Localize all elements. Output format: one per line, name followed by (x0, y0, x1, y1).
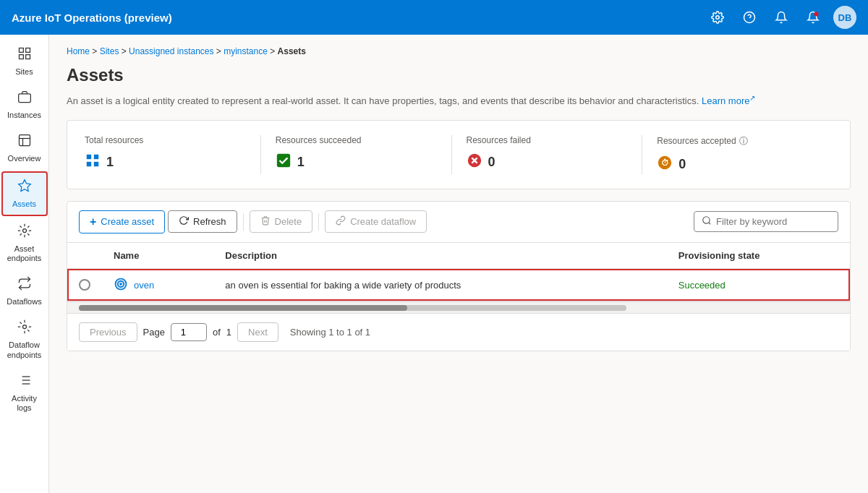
accepted-icon: ⏱ (657, 155, 673, 174)
sidebar-item-asset-endpoints[interactable]: Asset endpoints (1, 218, 48, 269)
sidebar-item-activity-logs[interactable]: Activity logs (1, 367, 48, 419)
learn-more-label: Learn more (702, 95, 749, 106)
create-asset-label: Create asset (101, 216, 154, 227)
svg-rect-6 (19, 55, 23, 59)
svg-rect-4 (19, 48, 23, 53)
sidebar-item-overview[interactable]: Overview (1, 127, 48, 169)
next-button[interactable]: Next (237, 322, 278, 342)
create-dataflow-button[interactable]: Create dataflow (325, 210, 427, 233)
svg-rect-23 (87, 162, 91, 166)
notification-icon[interactable] (801, 6, 825, 29)
svg-rect-21 (87, 155, 91, 159)
refresh-label: Refresh (193, 216, 226, 227)
app-title: Azure IoT Operations (preview) (12, 12, 706, 24)
radio-button[interactable] (79, 279, 90, 291)
asset-name-link[interactable]: oven (134, 280, 154, 291)
main-content: Home > Sites > Unassigned instances > my… (49, 35, 868, 493)
breadcrumb-myinstance[interactable]: myinstance (224, 46, 268, 56)
delete-button[interactable]: Delete (250, 210, 313, 233)
sidebar-item-sites[interactable]: Sites (1, 40, 48, 82)
scrollbar-track (79, 305, 626, 311)
svg-point-14 (22, 325, 26, 329)
table-col-description: Description (213, 243, 666, 269)
svg-rect-5 (25, 48, 30, 53)
svg-rect-7 (25, 55, 30, 59)
sidebar: Sites Instances Overview (0, 35, 49, 493)
table-row[interactable]: oven an oven is essential for baking a w… (67, 269, 850, 301)
learn-more-link[interactable]: Learn more↗ (702, 95, 755, 106)
total-pages: 1 (226, 327, 231, 338)
create-asset-button[interactable]: + Create asset (79, 210, 165, 233)
svg-point-0 (716, 16, 720, 20)
showing-text: Showing 1 to 1 of 1 (290, 327, 370, 338)
asset-endpoints-icon (17, 223, 32, 241)
stat-total-number: 1 (106, 155, 114, 170)
refresh-button[interactable]: Refresh (168, 210, 237, 233)
toolbar-card: + Create asset Refresh (67, 201, 851, 351)
table-col-name: Name (102, 243, 213, 269)
sidebar-item-dataflow-endpoints[interactable]: Dataflow endpoints (1, 314, 48, 365)
sites-icon (17, 46, 32, 64)
breadcrumb-sites[interactable]: Sites (100, 46, 119, 56)
delete-label: Delete (275, 216, 302, 227)
svg-point-13 (22, 228, 26, 232)
topbar-icons: DB (706, 6, 856, 29)
sidebar-item-overview-label: Overview (8, 154, 41, 163)
toolbar-separator (243, 213, 244, 231)
svg-rect-9 (19, 135, 30, 146)
info-icon: ⓘ (739, 135, 748, 147)
breadcrumb: Home > Sites > Unassigned instances > my… (67, 46, 851, 56)
sidebar-item-activity-logs-label: Activity logs (4, 394, 45, 413)
dataflow-endpoints-icon (17, 320, 32, 338)
settings-icon[interactable] (706, 6, 729, 29)
page-label: Page (143, 327, 165, 338)
stats-card: Total resources 1 Resources succeeded (67, 120, 851, 189)
create-dataflow-label: Create dataflow (350, 216, 416, 227)
previous-button[interactable]: Previous (79, 322, 137, 342)
svg-line-32 (709, 223, 711, 225)
scrollbar-thumb[interactable] (79, 305, 407, 311)
horizontal-scrollbar[interactable] (67, 301, 850, 313)
search-box[interactable] (694, 211, 838, 232)
breadcrumb-unassigned-instances[interactable]: Unassigned instances (129, 46, 213, 56)
of-label: of (213, 327, 221, 338)
alert-icon[interactable] (770, 6, 793, 29)
assets-table-element: Name Description Provisioning state (67, 243, 850, 301)
layout: Sites Instances Overview (0, 35, 868, 493)
toolbar-separator2 (318, 213, 319, 231)
sidebar-item-dataflows[interactable]: Dataflows (1, 270, 48, 312)
table-cell-radio[interactable] (67, 269, 102, 301)
stat-accepted-resources: Resources accepted ⓘ ⏱ 0 (642, 135, 833, 174)
page-number-input[interactable] (171, 323, 207, 341)
help-icon[interactable] (738, 6, 761, 29)
table-cell-provisioning: Succeeded (667, 269, 850, 301)
stat-total-label: Total resources (85, 135, 246, 145)
sidebar-item-dataflow-endpoints-label: Dataflow endpoints (4, 340, 45, 359)
stat-failed-label: Resources failed (467, 135, 628, 145)
stat-failed-value: 0 (467, 153, 628, 172)
total-resources-icon (85, 153, 101, 173)
toolbar: + Create asset Refresh (67, 202, 850, 243)
sidebar-item-assets[interactable]: Assets (1, 171, 48, 216)
sidebar-item-dataflows-label: Dataflows (7, 297, 41, 306)
table-cell-description: an oven is essential for baking a wide v… (213, 269, 666, 301)
sidebar-item-instances[interactable]: Instances (1, 84, 48, 126)
dataflow-icon (336, 215, 346, 228)
svg-point-3 (814, 12, 819, 17)
table-col-provisioning: Provisioning state (667, 243, 850, 269)
stat-succeeded-number: 1 (297, 155, 305, 170)
assets-table: Name Description Provisioning state (67, 243, 850, 301)
plus-icon: + (90, 215, 96, 228)
table-cell-name: oven (102, 269, 213, 301)
breadcrumb-home[interactable]: Home (67, 46, 90, 56)
search-input[interactable] (716, 216, 830, 227)
table-col-select (67, 243, 102, 269)
asset-item-icon (114, 277, 128, 293)
sidebar-item-asset-endpoints-label: Asset endpoints (4, 244, 45, 263)
avatar[interactable]: DB (833, 6, 856, 29)
stat-accepted-value: ⏱ 0 (657, 155, 818, 174)
svg-text:⏱: ⏱ (661, 158, 669, 166)
succeeded-icon (276, 153, 292, 172)
dataflows-icon (17, 276, 32, 294)
stat-failed-number: 0 (488, 155, 495, 170)
